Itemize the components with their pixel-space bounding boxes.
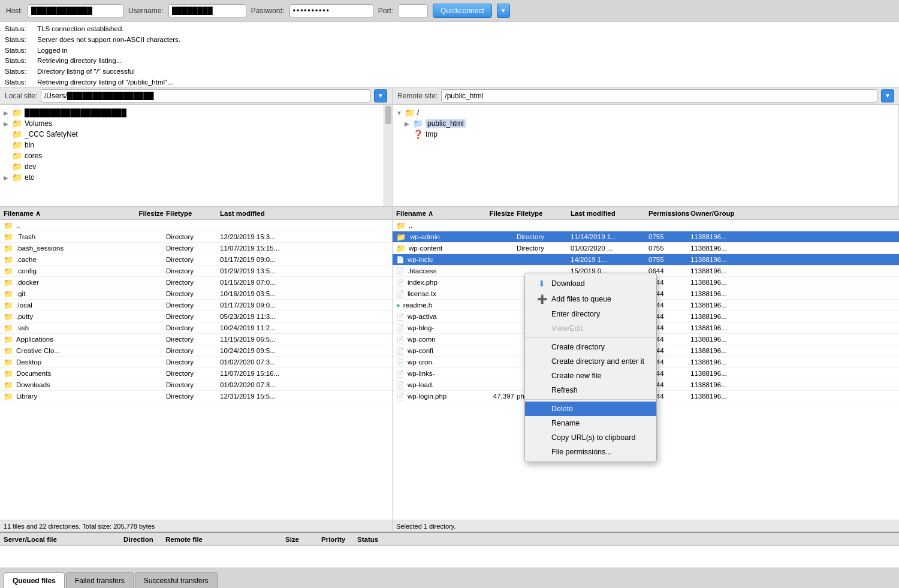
question-icon: ❓: [413, 129, 423, 139]
password-input[interactable]: [289, 4, 373, 17]
local-file-row[interactable]: 📁 .putty Directory 05/23/2019 11:3...: [0, 311, 392, 322]
context-menu-item-enter-directory[interactable]: Enter directory: [525, 307, 656, 321]
local-col-filename[interactable]: Filename ∧: [1, 209, 118, 218]
tab-failed[interactable]: Failed transfers: [66, 572, 134, 588]
local-file-row[interactable]: 📁 .local Directory 01/17/2019 09:0...: [0, 300, 392, 311]
remote-col-filetype[interactable]: Filetype: [517, 210, 571, 217]
local-tree-item[interactable]: 📁dev: [4, 161, 388, 172]
remote-file-row[interactable]: 📁 wp-content Directory 01/02/2020 ... 07…: [393, 243, 899, 254]
file-name-cell: 📁 ..: [1, 221, 118, 230]
local-file-row[interactable]: 📁 Library Directory 12/31/2019 15:5...: [0, 391, 392, 402]
local-file-row[interactable]: 📁 Creative Clo... Directory 10/24/2019 0…: [0, 345, 392, 357]
port-input[interactable]: [398, 4, 428, 17]
file-name-cell: 📁 Applications: [1, 335, 118, 344]
host-input[interactable]: [28, 4, 123, 17]
local-status-text: 11 files and 22 directories. Total size:…: [4, 523, 155, 530]
local-file-row[interactable]: 📁 .bash_sessions Directory 11/07/2019 15…: [0, 243, 392, 254]
file-modified-cell: 11/07/2019 15:15...: [220, 245, 298, 252]
file-modified-cell: 10/24/2019 11:2...: [220, 324, 298, 331]
file-name-text: Applications: [16, 336, 53, 343]
local-file-row[interactable]: 📁 ..: [0, 220, 392, 231]
local-tree-item[interactable]: 📁bin: [4, 140, 388, 150]
remote-tree-item[interactable]: ❓tmp: [396, 129, 895, 140]
local-file-row[interactable]: 📁 .ssh Directory 10/24/2019 11:2...: [0, 322, 392, 334]
local-file-row[interactable]: 📁 Desktop Directory 01/02/2020 07:3...: [0, 357, 392, 368]
local-site-dropdown[interactable]: ▼: [374, 89, 387, 102]
context-menu-item-label: View/Edit: [551, 324, 583, 333]
transfer-col-size: Size: [285, 536, 321, 543]
file-type-cell: Directory: [166, 381, 220, 388]
folder-icon: 📁: [396, 244, 406, 253]
local-file-row[interactable]: 📁 Downloads Directory 01/02/2020 07:3...: [0, 379, 392, 391]
context-menu-item-refresh[interactable]: Refresh: [525, 383, 656, 397]
context-menu-item-create-new-file[interactable]: Create new file: [525, 369, 656, 383]
context-menu-item-add-to-queue[interactable]: ➕Add files to queue: [525, 291, 656, 307]
local-file-row[interactable]: 📁 .Trash Directory 12/20/2019 15:3...: [0, 231, 392, 243]
file-owner-cell: 11388196...: [690, 381, 744, 388]
remote-file-row[interactable]: 📁 ..: [393, 220, 899, 231]
file-modified-cell: 05/23/2019 11:3...: [220, 313, 298, 320]
local-tree-pane: ▶📁████████████████████▶📁Volumes📁_CCC Saf…: [0, 105, 393, 206]
context-menu-item-create-directory-enter[interactable]: Create directory and enter it: [525, 354, 656, 369]
context-menu-item-delete[interactable]: Delete: [525, 402, 656, 416]
remote-tree-item[interactable]: ▼📁/: [396, 107, 895, 118]
quickconnect-dropdown-button[interactable]: ▼: [497, 4, 510, 18]
local-tree-item[interactable]: 📁cores: [4, 150, 388, 161]
local-tree-item[interactable]: ▶📁Volumes: [4, 118, 388, 129]
file-type-cell: Directory: [166, 233, 220, 240]
local-col-lastmod[interactable]: Last modified: [220, 210, 298, 217]
remote-col-filename[interactable]: Filename ∧: [394, 209, 478, 218]
local-tree-item[interactable]: ▶📁████████████████████: [4, 107, 388, 118]
local-col-filesize[interactable]: Filesize: [118, 210, 166, 217]
local-tree-item[interactable]: 📁_CCC SafetyNet: [4, 129, 388, 140]
file-name-text: .bash_sessions: [16, 245, 64, 252]
file-icon: 📄: [396, 358, 405, 366]
context-menu-item-label: Create directory: [551, 343, 605, 351]
local-file-row[interactable]: 📁 .cache Directory 01/17/2019 09:0...: [0, 254, 392, 266]
local-file-row[interactable]: 📁 .docker Directory 01/15/2019 07:0...: [0, 277, 392, 288]
remote-file-row[interactable]: 📁 wp-admin Directory 11/14/2019 1... 075…: [393, 231, 899, 243]
folder-icon: 📁: [4, 267, 13, 276]
remote-file-row[interactable]: 📄 wp-inclu 14/2019 1... 0755 11388196...: [393, 254, 899, 266]
file-name-cell: 📁 wp-admin: [394, 233, 478, 242]
local-col-filetype[interactable]: Filetype: [166, 210, 220, 217]
file-owner-cell: 11388196...: [690, 301, 744, 309]
context-menu-item-create-directory[interactable]: Create directory: [525, 340, 656, 354]
quickconnect-button[interactable]: Quickconnect: [433, 4, 492, 18]
file-owner-cell: 11388196...: [690, 393, 744, 400]
local-tree-item[interactable]: ▶📁etc: [4, 172, 388, 183]
context-menu-item-file-permissions[interactable]: File permissions...: [525, 445, 656, 459]
file-modified-cell: 01/29/2019 13:5...: [220, 267, 298, 275]
local-site-label: Local site:: [5, 92, 37, 100]
file-type-cell: Directory: [166, 336, 220, 343]
username-input[interactable]: [168, 4, 246, 17]
remote-col-lastmod[interactable]: Last modified: [571, 210, 648, 217]
remote-col-filesize[interactable]: Filesize: [478, 210, 517, 217]
remote-col-perms[interactable]: Permissions: [648, 210, 690, 217]
context-menu-item-download[interactable]: ⬇Download: [525, 276, 656, 291]
context-menu-item-copy-url[interactable]: Copy URL(s) to clipboard: [525, 430, 656, 445]
local-file-row[interactable]: 📁 .config Directory 01/29/2019 13:5...: [0, 266, 392, 277]
local-file-row[interactable]: 📁 Documents Directory 11/07/2019 15:16..…: [0, 368, 392, 379]
tab-queued[interactable]: Queued files: [4, 572, 65, 588]
local-site-bar: Local site: ▼: [0, 88, 393, 104]
remote-site-dropdown[interactable]: ▼: [881, 89, 894, 102]
tree-item-name: tmp: [426, 130, 438, 138]
file-modified-cell: 01/17/2019 09:0...: [220, 301, 298, 309]
status-line: Status:Retrieving directory listing...: [5, 56, 894, 67]
tab-successful[interactable]: Successful transfers: [135, 572, 218, 588]
remote-site-path[interactable]: [441, 89, 877, 102]
folder-icon: 📁: [4, 358, 13, 367]
file-name-text: ..: [16, 222, 20, 229]
file-type-cell: Directory: [166, 245, 220, 252]
context-menu-item-rename[interactable]: Rename: [525, 416, 656, 430]
file-name-text: .local: [16, 301, 32, 309]
file-perms-cell: 0755: [648, 245, 690, 252]
local-file-row[interactable]: 📁 Applications Directory 11/15/2019 06:5…: [0, 334, 392, 345]
folder-icon: 📁: [4, 278, 13, 287]
local-file-row[interactable]: 📁 .git Directory 10/16/2019 03:5...: [0, 288, 392, 300]
transfer-col-status: Status: [357, 536, 429, 543]
remote-tree-item[interactable]: ▶📁public_html: [396, 118, 895, 129]
remote-col-owner[interactable]: Owner/Group: [690, 210, 744, 217]
local-site-path[interactable]: [41, 89, 370, 102]
